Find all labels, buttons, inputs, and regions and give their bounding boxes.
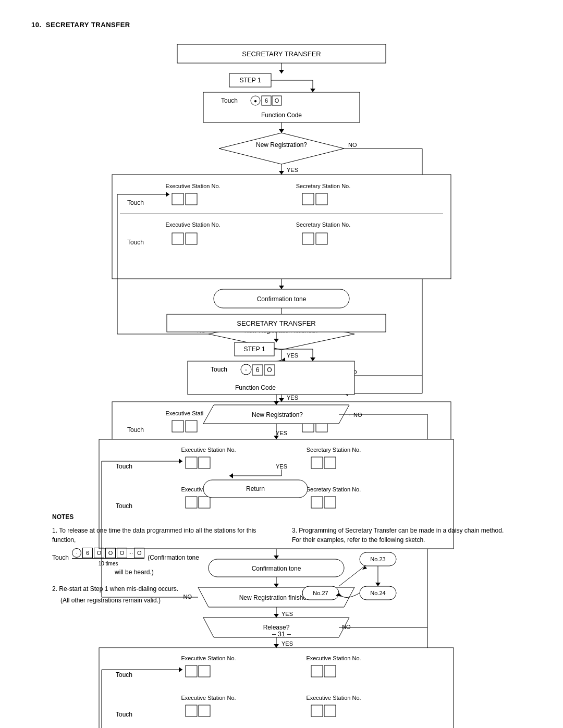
svg-rect-129	[311, 497, 323, 508]
svg-text:Touch: Touch	[116, 463, 132, 470]
daisy-chain-diagram: No.23 No.27 No.24	[292, 550, 407, 607]
svg-text:Executive Station No.: Executive Station No.	[306, 655, 361, 661]
svg-text:Executive Station No.: Executive Station No.	[181, 695, 236, 701]
svg-rect-160	[311, 665, 323, 677]
svg-text:·: ·	[246, 367, 247, 373]
svg-marker-195	[375, 583, 381, 586]
svg-rect-158	[186, 665, 197, 677]
section-title: 10. SECRETARY TRANSFER	[31, 21, 532, 29]
svg-text:No.27: No.27	[313, 590, 328, 596]
svg-rect-128	[199, 497, 210, 508]
note-2: 2. Re-start at Step 1 when mis-dialing o…	[52, 584, 271, 605]
svg-rect-159	[199, 665, 210, 677]
svg-text:Touch: Touch	[116, 711, 132, 718]
svg-text:YES: YES	[282, 640, 293, 647]
svg-rect-122	[311, 457, 323, 468]
svg-rect-154	[99, 648, 454, 728]
svg-text:Touch: Touch	[127, 426, 144, 434]
svg-text:YES: YES	[276, 463, 287, 470]
svg-text:New Registration?: New Registration?	[252, 411, 303, 418]
svg-rect-168	[324, 705, 336, 717]
note1-keys: · 6 O O O ··· O	[72, 548, 144, 567]
svg-text:No.24: No.24	[370, 590, 385, 596]
svg-rect-121	[199, 457, 210, 468]
svg-text:Executive Station No.: Executive Station No.	[181, 655, 236, 661]
page-number: – 31 –	[31, 630, 532, 638]
svg-text:6: 6	[256, 366, 260, 374]
svg-text:O: O	[267, 366, 272, 374]
svg-text:Function Code: Function Code	[235, 384, 276, 391]
svg-marker-93	[310, 357, 315, 361]
svg-rect-127	[186, 497, 197, 508]
svg-marker-153	[274, 644, 279, 648]
note-3: 3. Programming of Secretary Transfer can…	[292, 526, 511, 607]
svg-text:Executive Station No.: Executive Station No.	[306, 695, 361, 701]
svg-text:Touch: Touch	[116, 502, 132, 510]
svg-text:Touch: Touch	[211, 366, 227, 373]
svg-rect-165	[186, 705, 197, 717]
svg-marker-146	[274, 614, 279, 618]
notes-left: 1. To release at one time the data progr…	[52, 526, 271, 614]
svg-marker-198	[362, 566, 367, 570]
svg-rect-167	[311, 705, 323, 717]
flowchart-bottom	[31, 39, 532, 310]
svg-rect-161	[324, 665, 336, 677]
svg-rect-73	[172, 421, 183, 432]
svg-text:YES: YES	[287, 394, 298, 401]
svg-text:NO: NO	[342, 624, 351, 630]
svg-text:Touch: Touch	[116, 671, 132, 678]
note-1: 1. To release at one time the data progr…	[52, 526, 271, 577]
svg-text:STEP 1: STEP 1	[243, 346, 265, 353]
notes-right: 3. Programming of Secretary Transfer can…	[292, 526, 511, 614]
svg-rect-130	[324, 497, 336, 508]
svg-text:Executive Station No.: Executive Station No.	[181, 447, 236, 453]
svg-line-197	[339, 566, 365, 586]
svg-rect-123	[324, 457, 336, 468]
svg-rect-120	[186, 457, 197, 468]
svg-text:Secretary Station No.: Secretary Station No.	[307, 486, 361, 492]
note1-confirmation2: will be heard.)	[115, 567, 271, 577]
svg-text:No.23: No.23	[370, 556, 385, 562]
svg-text:Return: Return	[246, 485, 265, 492]
svg-text:YES: YES	[287, 352, 298, 359]
svg-rect-74	[186, 421, 197, 432]
svg-text:NO: NO	[353, 412, 362, 418]
svg-text:Secretary Station No.: Secretary Station No.	[307, 447, 361, 453]
svg-text:YES: YES	[276, 430, 287, 436]
note1-touch: Touch · 6 O O O	[52, 548, 271, 567]
svg-text:SECRETARY TRANSFER: SECRETARY TRANSFER	[237, 319, 315, 327]
svg-text:YES: YES	[282, 611, 293, 617]
svg-rect-166	[199, 705, 210, 717]
